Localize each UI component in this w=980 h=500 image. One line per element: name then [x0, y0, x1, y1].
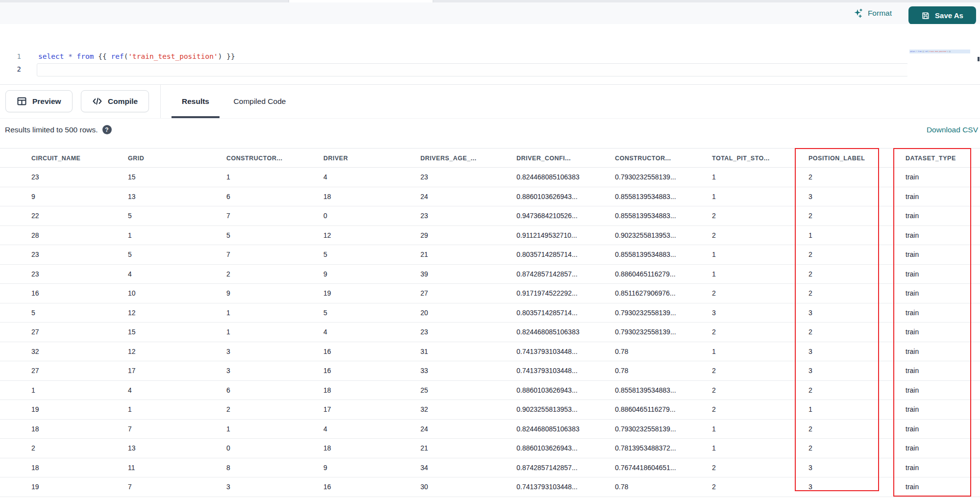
table-cell: 31 [420, 342, 428, 361]
table-cell: 0.8860465116279... [615, 400, 676, 419]
table-cell: 0.8742857142857... [516, 458, 578, 477]
table-cell: 0.824468085106383 [516, 323, 579, 342]
table-cell: 4 [323, 420, 327, 439]
column-header: DRIVER [323, 149, 348, 168]
table-cell: 2 [712, 323, 716, 342]
tab-results[interactable]: Results [172, 85, 220, 118]
table-cell: 16 [323, 477, 331, 497]
table-cell: 0.8558139534883... [615, 187, 676, 206]
table-cell: 0.8860103626943... [516, 187, 578, 206]
table-cell: 7 [226, 206, 230, 225]
sparkles-icon [854, 8, 863, 18]
table-cell: 5 [323, 303, 327, 323]
table-cell: 23 [420, 206, 428, 225]
table-row: 14618250.8860103626943...0.8558139534883… [0, 381, 980, 400]
help-icon[interactable]: ? [102, 125, 112, 134]
table-cell: 10 [128, 284, 136, 303]
table-cell: 0.9112149532710... [516, 226, 577, 245]
table-cell: train [906, 265, 919, 284]
table-cell: 2 [712, 381, 716, 400]
table-cell: 3 [808, 458, 812, 477]
table-cell: 2 [226, 265, 230, 284]
table-cell: 19 [31, 477, 39, 497]
table-cell: 3 [808, 187, 812, 206]
table-row: 23429390.8742857142857...0.8860465116279… [0, 265, 980, 284]
compile-label: Compile [108, 97, 138, 106]
table-cell: 30 [420, 477, 428, 497]
table-cell: 24 [420, 187, 428, 206]
table-row: 1610919270.9171974522292...0.85116279069… [0, 284, 980, 303]
table-cell: 2 [712, 284, 716, 303]
table-row: 22570230.9473684210526...0.8558139534883… [0, 206, 980, 226]
table-cell: 27 [31, 361, 39, 380]
table-cell: 1 [31, 381, 35, 400]
table-cell: 0.9023255813953... [615, 226, 676, 245]
table-cell: 23 [420, 168, 428, 187]
save-as-button[interactable]: Save As [908, 6, 976, 25]
table-cell: 1 [128, 400, 132, 419]
table-cell: 2 [808, 323, 812, 342]
table-cell: 18 [323, 439, 331, 458]
table-cell: 27 [31, 323, 39, 342]
table-cell: train [906, 303, 919, 323]
table-cell: 6 [226, 381, 230, 400]
current-line-highlight[interactable] [37, 63, 908, 76]
table-cell: 0.8511627906976... [615, 284, 676, 303]
table-cell: 2 [808, 284, 812, 303]
table-body: 231514230.8244680851063830.7930232558139… [0, 168, 980, 497]
dbt-sql-workspace: Format Save As 1 2 select * from {{ ref(… [0, 0, 980, 500]
table-row: 197316300.7413793103448...0.7823train [0, 477, 980, 497]
table-cell: 2 [808, 245, 812, 264]
table-cell: 13 [128, 439, 136, 458]
table-cell: 0.824468085106383 [516, 420, 579, 439]
line-number-2: 2 [8, 65, 21, 73]
download-csv-link[interactable]: Download CSV [927, 125, 978, 134]
table-cell: 28 [31, 226, 39, 245]
table-cell: 12 [128, 342, 136, 361]
column-header: CONSTRUCTOR... [226, 149, 282, 168]
sql-code-line[interactable]: select * from {{ ref('train_test_positio… [38, 52, 235, 60]
table-cell: 18 [323, 381, 331, 400]
editor-toolbar: Format Save As [0, 2, 980, 25]
table-cell: 22 [31, 206, 39, 225]
compile-button[interactable]: Compile [81, 90, 149, 112]
table-cell: 2 [808, 265, 812, 284]
column-header: CONSTRUCTOR... [615, 149, 671, 168]
table-cell: 2 [808, 381, 812, 400]
table-cell: train [906, 168, 919, 187]
table-cell: 0.8860103626943... [516, 439, 578, 458]
table-cell: 2 [712, 400, 716, 419]
table-cell: 4 [323, 323, 327, 342]
table-cell: 32 [420, 400, 428, 419]
table-cell: train [906, 420, 919, 439]
table-cell: 1 [712, 420, 716, 439]
table-cell: 0.8860103626943... [516, 381, 578, 400]
table-cell: 0.78 [615, 342, 628, 361]
table-cell: 16 [323, 342, 331, 361]
table-cell: 2 [808, 168, 812, 187]
table-cell: 3 [808, 477, 812, 497]
table-cell: train [906, 439, 919, 458]
table-cell: 0.8558139534883... [615, 381, 676, 400]
table-cell: 32 [31, 342, 39, 361]
table-cell: 0.7930232558139... [615, 420, 676, 439]
table-cell: 29 [420, 226, 428, 245]
table-cell: 3 [808, 342, 812, 361]
line-number-1: 1 [8, 52, 21, 60]
tab-compiled-code[interactable]: Compiled Code [223, 85, 296, 118]
minimap-scroll-marker[interactable] [978, 57, 980, 61]
table-cell: 23 [31, 168, 39, 187]
table-cell: 5 [128, 206, 132, 225]
table-cell: train [906, 206, 919, 225]
table-cell: train [906, 458, 919, 477]
table-cell: 20 [420, 303, 428, 323]
sql-code-editor[interactable]: 1 2 select * from {{ ref('train_test_pos… [0, 24, 980, 84]
table-cell: 16 [31, 284, 39, 303]
table-cell: train [906, 477, 919, 497]
table-cell: 2 [226, 400, 230, 419]
preview-button[interactable]: Preview [5, 90, 73, 112]
table-cell: 1 [226, 303, 230, 323]
table-cell: 9 [31, 187, 35, 206]
table-cell: 1 [712, 245, 716, 264]
format-button[interactable]: Format [854, 2, 892, 24]
